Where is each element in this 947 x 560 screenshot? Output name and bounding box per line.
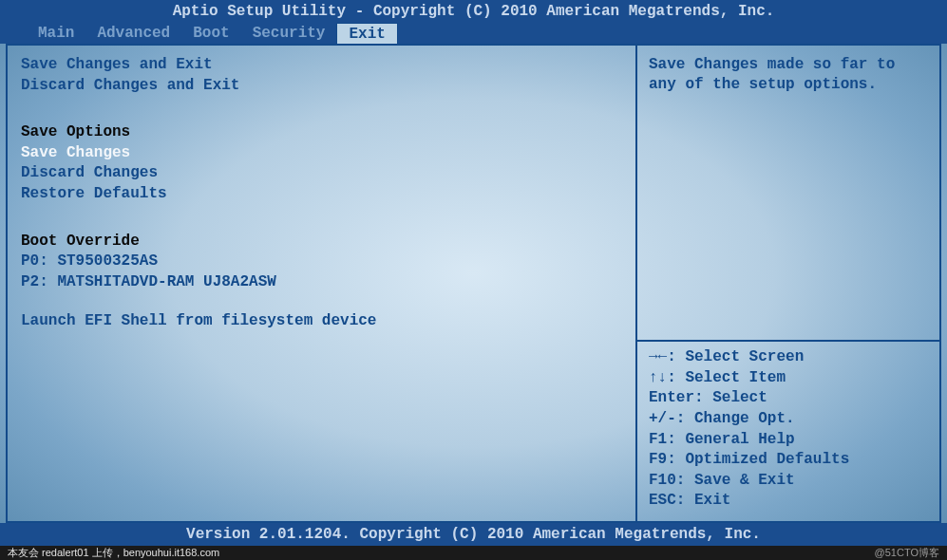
tab-security[interactable]: Security (241, 23, 337, 44)
tab-exit[interactable]: Exit (336, 23, 397, 44)
key-enter: Enter: Select (649, 388, 928, 409)
help-description: Save Changes made so far to any of the s… (637, 46, 939, 340)
upload-credit: 本友会 redalert01 上传，benyouhui.it168.com (8, 546, 219, 560)
header-save-options: Save Options (21, 122, 622, 143)
spacer (21, 205, 622, 224)
key-select-item: ↑↓: Select Item (649, 368, 928, 389)
content-area: Save Changes and Exit Discard Changes an… (6, 44, 941, 523)
menu-boot-p2[interactable]: P2: MATSHITADVD-RAM UJ8A2ASW (21, 272, 622, 293)
tab-bar: Main Advanced Boot Security Exit (0, 23, 947, 44)
menu-save-changes[interactable]: Save Changes (21, 143, 622, 164)
footer-bar: Version 2.01.1204. Copyright (C) 2010 Am… (0, 523, 947, 546)
menu-save-exit[interactable]: Save Changes and Exit (21, 55, 622, 76)
key-select-screen: →←: Select Screen (649, 347, 928, 368)
menu-restore-defaults[interactable]: Restore Defaults (21, 184, 622, 205)
menu-discard-changes[interactable]: Discard Changes (21, 163, 622, 184)
key-change-opt: +/-: Change Opt. (649, 409, 928, 430)
right-panel: Save Changes made so far to any of the s… (637, 46, 939, 521)
tab-boot[interactable]: Boot (181, 23, 240, 44)
menu-discard-exit[interactable]: Discard Changes and Exit (21, 76, 622, 97)
spacer (21, 292, 622, 311)
help-keys: →←: Select Screen ↑↓: Select Item Enter:… (637, 340, 939, 521)
key-esc: ESC: Exit (649, 491, 928, 512)
menu-launch-efi[interactable]: Launch EFI Shell from filesystem device (21, 311, 622, 332)
key-f1: F1: General Help (649, 430, 928, 451)
bottom-strip: 本友会 redalert01 上传，benyouhui.it168.com @5… (0, 546, 947, 560)
key-f10: F10: Save & Exit (649, 471, 928, 492)
bios-screen: Aptio Setup Utility - Copyright (C) 2010… (0, 0, 947, 546)
tab-advanced[interactable]: Advanced (85, 23, 181, 44)
menu-boot-p0[interactable]: P0: ST9500325AS (21, 252, 622, 272)
left-panel: Save Changes and Exit Discard Changes an… (8, 46, 637, 521)
watermark: @51CTO博客 (875, 546, 939, 560)
header-boot-override: Boot Override (21, 232, 622, 252)
key-f9: F9: Optimized Defaults (649, 450, 928, 471)
title-bar: Aptio Setup Utility - Copyright (C) 2010… (0, 0, 947, 23)
tab-main[interactable]: Main (27, 23, 85, 44)
spacer (21, 96, 622, 115)
